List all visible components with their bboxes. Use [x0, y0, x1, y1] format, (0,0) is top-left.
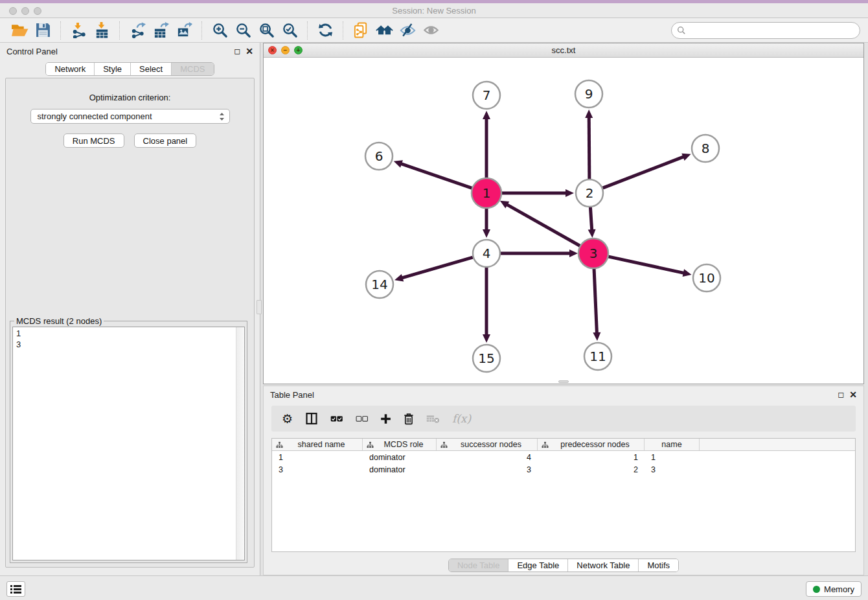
- run-mcds-button[interactable]: Run MCDS: [63, 133, 124, 148]
- table-cell[interactable]: 4: [437, 452, 538, 463]
- graph-node-10[interactable]: 10: [693, 264, 720, 292]
- network-window-titlebar[interactable]: ×−+ scc.txt: [264, 43, 863, 58]
- column-header-shared-name[interactable]: shared name: [272, 439, 363, 450]
- delete-columns-icon[interactable]: [404, 410, 414, 427]
- panel-splitter-grip[interactable]: [257, 300, 262, 314]
- zoom-out-icon[interactable]: [231, 21, 255, 40]
- graph-node-11[interactable]: 11: [584, 343, 611, 370]
- clone-network-icon[interactable]: [349, 21, 372, 40]
- close-icon[interactable]: ✕: [246, 47, 253, 56]
- svg-text:6: 6: [375, 148, 383, 164]
- close-icon[interactable]: ✕: [849, 390, 857, 399]
- network-window-minimize-icon[interactable]: −: [281, 46, 290, 54]
- task-history-button[interactable]: [6, 581, 25, 597]
- close-panel-button[interactable]: Close panel: [134, 133, 197, 148]
- table-row[interactable]: 1dominator411: [272, 452, 855, 463]
- graph-node-1[interactable]: 1: [472, 178, 501, 208]
- graph-node-15[interactable]: 15: [473, 345, 500, 372]
- mcds-result-box[interactable]: 1 3: [12, 327, 245, 560]
- graph-node-9[interactable]: 9: [575, 80, 602, 108]
- graph-edge-1-2[interactable]: [501, 189, 574, 197]
- tab-motifs[interactable]: Motifs: [638, 559, 678, 571]
- table-cell[interactable]: 2: [538, 465, 645, 476]
- export-image-icon[interactable]: [172, 21, 196, 40]
- graph-node-2[interactable]: 2: [576, 179, 603, 207]
- network-window-zoom-icon[interactable]: +: [294, 46, 303, 54]
- zoom-fit-icon[interactable]: [255, 21, 278, 40]
- optimization-criterion-label: Optimization criterion:: [6, 93, 254, 102]
- column-header-MCDS-role[interactable]: MCDS role: [363, 439, 437, 450]
- select-all-columns-icon[interactable]: [330, 410, 343, 427]
- gear-icon[interactable]: ⚙: [282, 410, 293, 427]
- export-network-icon[interactable]: [126, 21, 149, 40]
- graph-edge-4-14[interactable]: [394, 257, 473, 281]
- window-accent-strip: [0, 0, 868, 3]
- open-folder-icon[interactable]: [8, 21, 31, 40]
- split-columns-icon[interactable]: [305, 410, 318, 427]
- first-neighbors-icon[interactable]: [372, 21, 396, 40]
- tab-style[interactable]: Style: [94, 63, 130, 75]
- tab-edge-table[interactable]: Edge Table: [508, 559, 567, 571]
- graph-edge-3-11[interactable]: [593, 268, 600, 341]
- save-session-icon[interactable]: [31, 21, 54, 40]
- table-cell[interactable]: 3: [437, 465, 538, 476]
- graph-edge-1-7[interactable]: [483, 111, 490, 179]
- table-cell[interactable]: 1: [538, 452, 645, 463]
- mcds-result-scrollbar[interactable]: [236, 327, 244, 560]
- table-cell[interactable]: 1: [645, 452, 700, 463]
- refresh-icon[interactable]: [314, 21, 337, 40]
- table-panel-title: Table Panel: [270, 390, 314, 400]
- table-cell[interactable]: 1: [272, 452, 363, 463]
- table-cell[interactable]: dominator: [363, 452, 437, 463]
- table-cell[interactable]: 3: [645, 465, 700, 476]
- graph-edge-2-8[interactable]: [603, 154, 691, 188]
- table-cell[interactable]: 3: [272, 465, 363, 476]
- add-column-icon[interactable]: [380, 410, 391, 427]
- tab-network-table[interactable]: Network Table: [567, 559, 638, 571]
- graph-edge-3-1[interactable]: [500, 201, 581, 246]
- search-input[interactable]: [671, 22, 860, 39]
- graph-edge-4-3[interactable]: [501, 249, 578, 257]
- column-header-predecessor-nodes[interactable]: predecessor nodes: [538, 439, 645, 450]
- deselect-all-columns-icon[interactable]: [356, 410, 369, 427]
- graph-node-14[interactable]: 14: [366, 271, 393, 298]
- graph-node-7[interactable]: 7: [473, 82, 500, 109]
- graph-edge-1-6[interactable]: [394, 160, 473, 189]
- function-builder-icon: f(x): [452, 410, 471, 427]
- control-panel-header: Control Panel ◻ ✕: [0, 43, 260, 60]
- hide-selected-icon[interactable]: [396, 21, 419, 40]
- network-canvas[interactable]: 7968124314101511: [264, 58, 863, 384]
- column-header-successor-nodes[interactable]: successor nodes: [437, 439, 538, 450]
- network-window-close-icon[interactable]: ×: [268, 46, 277, 54]
- float-icon[interactable]: ◻: [234, 47, 240, 55]
- optimization-criterion-value: strongly connected component: [38, 111, 152, 121]
- memory-button[interactable]: Memory: [806, 581, 862, 597]
- table-cell[interactable]: dominator: [363, 465, 437, 476]
- horizontal-splitter-grip[interactable]: [558, 380, 569, 383]
- graph-node-8[interactable]: 8: [692, 135, 719, 162]
- tab-mcds[interactable]: MCDS: [171, 63, 213, 75]
- window-title: Session: New Session: [0, 6, 868, 16]
- tab-select[interactable]: Select: [130, 63, 171, 75]
- table-row[interactable]: 3dominator323: [272, 465, 855, 476]
- graph-edge-1-4[interactable]: [483, 207, 490, 238]
- main-toolbar: [0, 18, 868, 43]
- graph-edge-4-15[interactable]: [483, 268, 490, 343]
- graph-edge-2-9[interactable]: [585, 110, 593, 179]
- graph-node-3[interactable]: 3: [578, 238, 608, 268]
- optimization-criterion-select[interactable]: strongly connected component: [30, 109, 230, 124]
- graph-node-4[interactable]: 4: [473, 240, 500, 267]
- mcds-result-text: 1 3: [13, 327, 236, 560]
- graph-node-6[interactable]: 6: [365, 143, 393, 170]
- export-table-icon[interactable]: [149, 21, 172, 40]
- float-icon[interactable]: ◻: [838, 391, 844, 398]
- graph-edge-3-10[interactable]: [607, 257, 691, 277]
- column-header-name[interactable]: name: [645, 439, 700, 450]
- import-table-icon[interactable]: [90, 21, 113, 40]
- graph-edge-2-3[interactable]: [588, 207, 596, 238]
- import-network-icon[interactable]: [67, 21, 90, 40]
- tab-network[interactable]: Network: [46, 63, 94, 75]
- tab-node-table[interactable]: Node Table: [449, 559, 508, 571]
- zoom-selected-icon[interactable]: [278, 21, 301, 40]
- zoom-in-icon[interactable]: [208, 21, 231, 40]
